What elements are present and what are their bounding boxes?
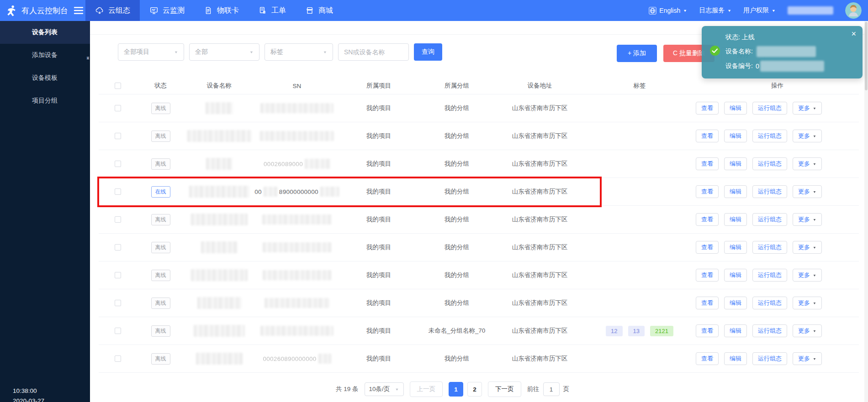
view-button[interactable]: 查看 <box>696 324 719 337</box>
edit-button[interactable]: 编辑 <box>724 185 747 198</box>
edit-button[interactable]: 编辑 <box>724 130 747 142</box>
run-scada-button[interactable]: 运行组态 <box>752 352 787 365</box>
sidebar-item-device-template[interactable]: 设备模板 <box>0 67 90 89</box>
language-selector[interactable]: English ▼ <box>649 7 687 15</box>
sidebar-item-project-group[interactable]: 项目分组 <box>0 89 90 112</box>
tab-monitor[interactable]: 云监测 <box>140 0 194 21</box>
view-button[interactable]: 查看 <box>696 185 719 198</box>
toast-code-value: 0 <box>756 63 759 70</box>
row-checkbox[interactable] <box>115 300 121 306</box>
tab-scada[interactable]: 云组态 <box>85 0 140 21</box>
goto-page-input[interactable] <box>543 382 560 396</box>
table-row: 离线 我的项目 未命名_分组名称_70 山东省济南市历下区 12132121 查… <box>99 317 859 345</box>
edit-button[interactable]: 编辑 <box>724 102 747 115</box>
run-scada-button[interactable]: 运行组态 <box>752 157 787 170</box>
address-cell: 山东省济南市历下区 <box>496 327 583 335</box>
hamburger-menu-icon[interactable] <box>74 6 84 15</box>
tab-order[interactable]: 工单 <box>249 0 296 21</box>
close-icon[interactable]: × <box>851 30 856 38</box>
chevron-down-icon: ▼ <box>395 387 399 392</box>
sn-redacted <box>262 214 332 224</box>
column-header: 操作 <box>696 82 859 90</box>
prev-page-button[interactable]: 上一页 <box>410 381 443 397</box>
tab-label: 工单 <box>271 6 286 16</box>
run-scada-button[interactable]: 运行组态 <box>752 130 787 142</box>
more-dropdown[interactable]: 更多▼ <box>793 130 822 142</box>
edit-button[interactable]: 编辑 <box>724 213 747 226</box>
edit-button[interactable]: 编辑 <box>724 297 747 309</box>
more-dropdown[interactable]: 更多▼ <box>793 241 822 254</box>
sidebar-item-device-list[interactable]: 设备列表 <box>0 21 90 44</box>
user-permission-menu[interactable]: 用户权限 ▼ <box>743 6 776 15</box>
search-input[interactable] <box>338 43 409 61</box>
more-dropdown[interactable]: 更多▼ <box>793 213 822 226</box>
add-device-button[interactable]: + 添加 <box>617 45 657 62</box>
row-checkbox[interactable] <box>115 188 121 195</box>
row-checkbox[interactable] <box>115 105 121 111</box>
view-button[interactable]: 查看 <box>696 241 719 254</box>
scrollbar[interactable] <box>864 21 868 402</box>
tab-store[interactable]: 商城 <box>296 0 343 21</box>
more-dropdown[interactable]: 更多▼ <box>793 102 822 115</box>
edit-button[interactable]: 编辑 <box>724 269 747 282</box>
search-button[interactable]: 查询 <box>414 43 442 61</box>
avatar[interactable] <box>845 2 862 19</box>
nav-tabs: 云组态云监测物联卡工单商城 <box>85 0 343 21</box>
edit-button[interactable]: 编辑 <box>724 157 747 170</box>
more-dropdown[interactable]: 更多▼ <box>793 269 822 282</box>
run-scada-button[interactable]: 运行组态 <box>752 269 787 282</box>
language-label: English <box>659 7 680 14</box>
view-button[interactable]: 查看 <box>696 213 719 226</box>
run-scada-button[interactable]: 运行组态 <box>752 241 787 254</box>
sidebar-item-add-device[interactable]: 添加设备 <box>0 44 90 67</box>
row-checkbox[interactable] <box>115 328 121 334</box>
log-service-menu[interactable]: 日志服务 ▼ <box>699 6 731 15</box>
device-sn <box>254 326 340 336</box>
sn-redacted <box>260 326 333 336</box>
select-all-checkbox[interactable] <box>115 83 121 89</box>
sn-redacted <box>263 270 331 280</box>
view-button[interactable]: 查看 <box>696 157 719 170</box>
view-button[interactable]: 查看 <box>696 269 719 282</box>
tag-select[interactable]: 标签 ▼ <box>265 43 333 61</box>
run-scada-button[interactable]: 运行组态 <box>752 213 787 226</box>
next-page-button[interactable]: 下一页 <box>488 381 521 397</box>
page-number-1[interactable]: 1 <box>449 382 463 397</box>
run-scada-button[interactable]: 运行组态 <box>752 324 787 337</box>
edit-button[interactable]: 编辑 <box>724 241 747 254</box>
address-cell: 山东省济南市历下区 <box>496 188 583 196</box>
scrollbar-thumb[interactable] <box>865 22 868 90</box>
more-dropdown[interactable]: 更多▼ <box>793 324 822 337</box>
table-row: 离线 我的项目 我的分组 山东省济南市历下区 查看 编辑 运行组态 更多▼ <box>99 233 859 261</box>
row-checkbox[interactable] <box>115 244 121 251</box>
project-select[interactable]: 全部项目 ▼ <box>118 43 184 61</box>
row-checkbox[interactable] <box>115 216 121 223</box>
row-checkbox[interactable] <box>115 355 121 362</box>
page-number-2[interactable]: 2 <box>467 382 482 397</box>
edit-button[interactable]: 编辑 <box>724 324 747 337</box>
top-navbar: 有人云控制台 云组态云监测物联卡工单商城 English ▼ 日志服务 ▼ 用户… <box>0 0 868 21</box>
scope-select[interactable]: 全部 ▼ <box>189 43 259 61</box>
row-checkbox[interactable] <box>115 133 121 139</box>
row-checkbox[interactable] <box>115 272 121 278</box>
view-button[interactable]: 查看 <box>696 297 719 309</box>
row-checkbox[interactable] <box>115 161 121 167</box>
view-button[interactable]: 查看 <box>696 352 719 365</box>
brand: 有人云控制台 <box>0 5 84 17</box>
tab-sim[interactable]: 物联卡 <box>194 0 249 21</box>
pagination: 共 19 条 10条/页 ▼ 上一页 12 下一页 前往 页 <box>336 381 569 397</box>
project-cell: 我的项目 <box>340 132 418 140</box>
run-scada-button[interactable]: 运行组态 <box>752 297 787 309</box>
edit-button[interactable]: 编辑 <box>724 352 747 365</box>
run-scada-button[interactable]: 运行组态 <box>752 185 787 198</box>
run-scada-button[interactable]: 运行组态 <box>752 102 787 115</box>
sn-redacted <box>260 131 334 141</box>
more-dropdown[interactable]: 更多▼ <box>793 352 822 365</box>
more-dropdown[interactable]: 更多▼ <box>793 185 822 198</box>
view-button[interactable]: 查看 <box>696 102 719 115</box>
page-size-select[interactable]: 10条/页 ▼ <box>365 382 404 396</box>
view-button[interactable]: 查看 <box>696 130 719 142</box>
order-icon <box>258 6 267 15</box>
more-dropdown[interactable]: 更多▼ <box>793 157 822 170</box>
more-dropdown[interactable]: 更多▼ <box>793 297 822 309</box>
